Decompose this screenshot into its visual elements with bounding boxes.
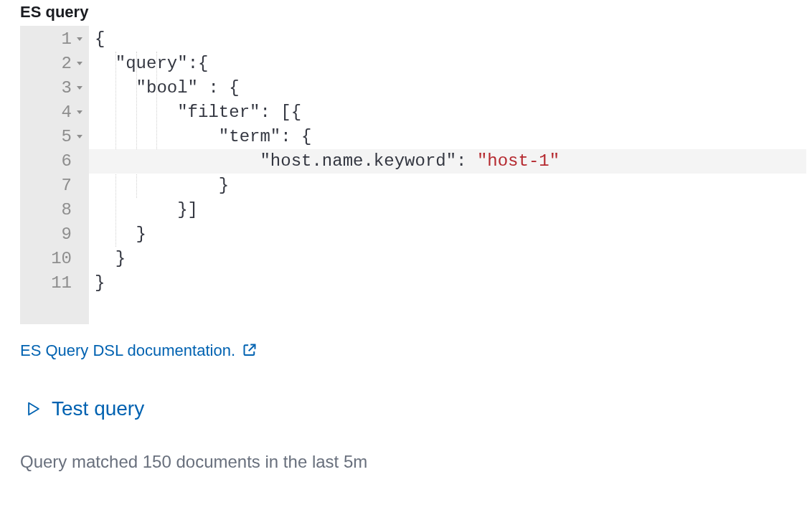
code-token: "bool" [136,78,198,98]
test-query-label: Test query [52,397,144,420]
gutter-line: 8 [20,198,89,222]
code-line[interactable]: { [89,27,806,52]
gutter-line: 4 [20,100,89,125]
fold-toggle-icon[interactable] [75,60,85,67]
line-number: 9 [62,222,72,247]
gutter-line: 6 [20,149,89,174]
code-line[interactable]: "term": { [89,125,806,149]
code-line[interactable]: }] [89,198,806,222]
code-token: } [95,273,105,293]
code-token: { [198,54,208,73]
code-line[interactable]: "query":{ [89,52,806,76]
line-number: 7 [62,174,72,198]
query-status-text: Query matched 150 documents in the last … [20,452,812,472]
line-number: 3 [62,76,72,100]
line-number: 11 [51,271,72,296]
gutter-line: 3 [20,76,89,100]
line-number: 2 [62,52,72,76]
code-token: [{ [280,103,301,122]
editor-code-area[interactable]: { "query":{ "bool" : { "filter": [{ "ter… [89,26,806,324]
code-token: "term" [219,127,280,146]
fold-toggle-icon[interactable] [75,133,85,141]
gutter-line: 11 [20,271,89,296]
code-token: "query" [115,54,188,73]
fold-toggle-icon[interactable] [75,109,85,116]
code-token: } [219,176,229,195]
line-number: 5 [62,125,72,149]
gutter-line: 2 [20,52,89,76]
code-token: }] [177,200,198,219]
documentation-link-text: ES Query DSL documentation. [20,341,235,359]
code-line[interactable]: "filter": [{ [89,100,806,125]
code-token: "host.name.keyword" [260,151,456,171]
line-number: 8 [62,198,72,222]
code-line[interactable]: } [89,174,806,198]
editor-gutter: 1234567891011 [20,26,89,324]
code-token: { [95,29,105,49]
code-token: } [115,249,126,268]
code-token: "host-1" [477,151,560,171]
code-line[interactable]: } [89,271,806,296]
code-line[interactable]: "bool" : { [89,76,806,100]
code-token: : [280,127,301,146]
code-token: } [136,225,146,244]
code-token: : [456,151,477,171]
code-line[interactable]: } [89,247,806,271]
code-token: : [260,103,280,122]
code-token: "filter" [177,103,260,122]
gutter-line: 1 [20,27,89,52]
code-editor[interactable]: 1234567891011 { "query":{ "bool" : { "fi… [20,26,806,324]
play-icon [26,401,42,417]
external-link-icon [242,343,257,357]
documentation-link-row: ES Query DSL documentation. [20,341,812,360]
line-number: 1 [62,27,72,52]
code-token: { [301,127,311,146]
fold-toggle-icon[interactable] [75,36,85,43]
gutter-line: 9 [20,222,89,247]
code-line[interactable]: "host.name.keyword": "host-1" [89,149,806,174]
es-query-section: ES query 1234567891011 { "query":{ "bool… [0,3,812,472]
fold-toggle-icon[interactable] [75,85,85,92]
gutter-line: 5 [20,125,89,149]
gutter-line: 10 [20,247,89,271]
code-token: : [188,54,198,73]
test-query-button[interactable]: Test query [26,397,144,420]
section-label: ES query [0,3,812,26]
line-number: 6 [62,149,72,174]
code-token: : [198,78,229,98]
line-number: 4 [62,100,72,125]
code-token: { [229,78,239,98]
code-line[interactable]: } [89,222,806,247]
documentation-link[interactable]: ES Query DSL documentation. [20,341,257,359]
gutter-line: 7 [20,174,89,198]
line-number: 10 [51,247,72,271]
